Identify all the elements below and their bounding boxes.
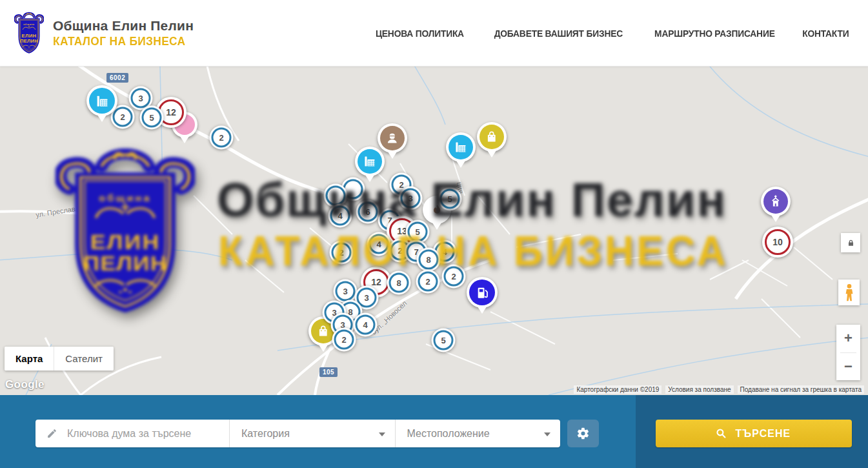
cluster-count: 2	[332, 328, 356, 352]
category-select[interactable]: Категория	[229, 420, 395, 447]
location-select-value: Местоположение	[407, 428, 490, 440]
cluster-marker[interactable]: 5	[140, 106, 164, 130]
site-logo[interactable]: Община Елин Пелин КАТАЛОГ НА БИЗНЕСА	[14, 10, 194, 56]
church-icon	[763, 189, 788, 214]
attribution-link[interactable]: Условия за ползване	[665, 385, 733, 394]
nav-item[interactable]: ЦЕНОВА ПОЛИТИКА	[376, 28, 464, 39]
worker-icon	[380, 126, 405, 150]
cluster-marker[interactable]: 8	[387, 271, 411, 295]
cluster-marker[interactable]: 4	[367, 232, 391, 256]
cluster-count: 2	[210, 126, 234, 150]
cluster-count: 2	[330, 241, 354, 265]
cluster-count: 4	[354, 313, 378, 337]
cluster-count: 8	[417, 248, 441, 272]
attribution-copyright: Картографски данни ©2019	[574, 385, 661, 394]
keyword-search-input[interactable]	[66, 427, 220, 440]
cluster-marker[interactable]: 2	[416, 270, 440, 294]
main-nav: ЦЕНОВА ПОЛИТИКАДОБАВЕТЕ ВАШИЯТ БИЗНЕСМАР…	[351, 28, 851, 39]
cluster-count: 8	[387, 271, 411, 295]
nav-item[interactable]: МАРШРУТНО РАЗПИСАНИЕ	[654, 28, 775, 39]
worker-pin[interactable]	[378, 123, 407, 153]
cluster-count: 5	[438, 187, 462, 211]
fuel-icon	[469, 280, 495, 305]
search-icon	[715, 427, 727, 440]
cluster-count: 2	[416, 270, 440, 294]
search-submit-label: ТЪРСЕНЕ	[736, 427, 791, 440]
map-canvas[interactable]: 312252235647135427428221283383342510 Общ…	[0, 66, 868, 395]
nav-item[interactable]: КОНТАКТИ	[803, 28, 849, 39]
keyword-field-wrap	[35, 420, 229, 447]
map-type-control: Карта Сателит	[5, 347, 114, 371]
attribution-link[interactable]: Подаване на сигнал за грешка в картата	[738, 385, 864, 394]
map-type-map-button[interactable]: Карта	[5, 347, 54, 371]
category-select-value: Категория	[241, 428, 290, 440]
fuel-pin[interactable]	[467, 277, 498, 308]
cluster-marker[interactable]: 5	[438, 187, 462, 211]
cluster-count: 2	[442, 265, 466, 289]
bag-pin[interactable]	[477, 122, 507, 152]
cluster-count: 6	[356, 200, 380, 224]
cluster-count: 5	[140, 106, 164, 130]
zoom-in-button[interactable]: +	[836, 325, 860, 352]
search-submit-button[interactable]: ТЪРСЕНЕ	[656, 420, 852, 447]
factory-pin[interactable]	[355, 147, 385, 176]
cluster-count: 10	[762, 227, 793, 258]
site-header: Община Елин Пелин КАТАЛОГ НА БИЗНЕСА ЦЕН…	[0, 0, 868, 66]
location-select[interactable]: Местоположение	[395, 420, 561, 447]
factory-icon	[358, 149, 382, 174]
chevron-down-icon	[379, 432, 385, 440]
bag-icon	[479, 125, 504, 149]
map-attribution: Картографски данни ©2019 Условия за полз…	[574, 385, 864, 394]
search-fields: Категория Местоположение	[35, 420, 560, 447]
map-type-satellite-button[interactable]: Сателит	[54, 347, 114, 371]
municipality-coat-of-arms	[14, 10, 44, 56]
cluster-marker[interactable]: 2	[210, 126, 234, 150]
cluster-marker[interactable]: 2	[332, 328, 356, 352]
cluster-marker[interactable]: 8	[417, 248, 441, 272]
church-pin[interactable]	[761, 187, 791, 216]
cluster-marker[interactable]: 2	[442, 265, 466, 289]
factory-icon	[89, 88, 115, 114]
logo-subtitle: КАТАЛОГ НА БИЗНЕСА	[53, 35, 188, 48]
cluster-count: 4	[367, 232, 391, 256]
pegman-icon	[842, 283, 856, 302]
cluster-marker[interactable]: 3	[399, 187, 423, 210]
cluster-marker[interactable]: 4	[354, 313, 378, 337]
marker-layer: 312252235647135427428221283383342510	[0, 66, 868, 395]
fullscreen-lock-control[interactable]	[841, 233, 860, 252]
cluster-marker[interactable]: 5	[432, 329, 456, 352]
factory-icon	[449, 135, 473, 159]
chevron-down-icon	[544, 432, 550, 440]
cluster-marker[interactable]: 4	[328, 204, 352, 228]
lock-icon	[847, 239, 855, 247]
pegman-control[interactable]	[838, 280, 860, 305]
gear-icon	[576, 427, 590, 440]
zoom-out-button[interactable]: −	[836, 353, 860, 381]
google-logo[interactable]: Google	[5, 378, 45, 391]
zoom-control: + −	[836, 325, 860, 380]
factory-pin[interactable]	[446, 132, 476, 162]
cluster-count: 3	[399, 187, 423, 210]
logo-title: Община Елин Пелин	[53, 18, 194, 34]
cluster-marker[interactable]: 2	[330, 241, 354, 265]
factory-pin[interactable]	[86, 85, 117, 116]
advanced-search-button[interactable]	[567, 420, 599, 447]
pencil-icon	[46, 428, 57, 439]
cluster-count: 5	[432, 329, 456, 352]
cluster-count: 4	[328, 204, 352, 228]
cluster-marker[interactable]: 6	[356, 200, 380, 224]
nav-item[interactable]: ДОБАВЕТЕ ВАШИЯТ БИЗНЕС	[494, 28, 623, 39]
cluster-marker[interactable]: 10	[762, 227, 793, 258]
search-bar: Категория Местоположение ТЪРСЕНЕ	[0, 395, 868, 468]
